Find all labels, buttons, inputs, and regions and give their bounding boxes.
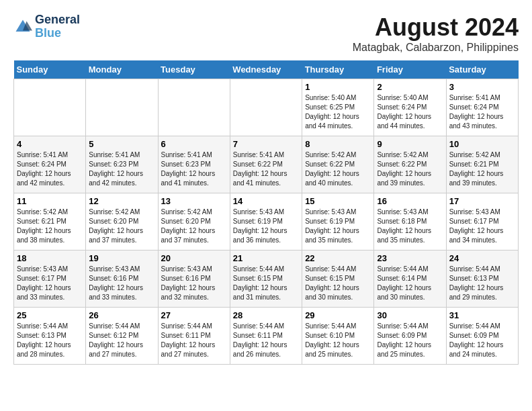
calendar-cell: 10Sunrise: 5:42 AMSunset: 6:21 PMDayligh… xyxy=(446,136,518,193)
calendar-cell xyxy=(158,79,230,136)
calendar-cell: 11Sunrise: 5:42 AMSunset: 6:21 PMDayligh… xyxy=(14,193,86,250)
day-number: 19 xyxy=(89,253,154,263)
calendar-cell: 3Sunrise: 5:41 AMSunset: 6:24 PMDaylight… xyxy=(446,79,518,136)
subtitle: Matagbak, Calabarzon, Philippines xyxy=(353,42,519,54)
calendar-cell: 4Sunrise: 5:41 AMSunset: 6:24 PMDaylight… xyxy=(14,136,86,193)
day-number: 11 xyxy=(17,196,83,206)
day-info: Sunrise: 5:42 AMSunset: 6:22 PMDaylight:… xyxy=(305,150,371,188)
day-number: 13 xyxy=(161,196,227,206)
day-number: 25 xyxy=(17,310,83,320)
calendar-cell: 25Sunrise: 5:44 AMSunset: 6:13 PMDayligh… xyxy=(14,308,86,365)
calendar-cell: 6Sunrise: 5:41 AMSunset: 6:23 PMDaylight… xyxy=(158,136,230,193)
calendar-cell: 15Sunrise: 5:43 AMSunset: 6:19 PMDayligh… xyxy=(302,193,374,250)
calendar-cell: 27Sunrise: 5:44 AMSunset: 6:11 PMDayligh… xyxy=(158,308,230,365)
day-number: 30 xyxy=(377,310,443,320)
main-title: August 2024 xyxy=(353,13,519,42)
day-info: Sunrise: 5:41 AMSunset: 6:23 PMDaylight:… xyxy=(89,150,154,188)
header-cell-tuesday: Tuesday xyxy=(158,60,230,79)
day-number: 28 xyxy=(233,310,299,320)
day-info: Sunrise: 5:44 AMSunset: 6:14 PMDaylight:… xyxy=(377,265,443,302)
day-info: Sunrise: 5:44 AMSunset: 6:15 PMDaylight:… xyxy=(233,265,299,302)
calendar-cell: 2Sunrise: 5:40 AMSunset: 6:24 PMDaylight… xyxy=(374,79,446,136)
day-number: 7 xyxy=(233,139,299,149)
calendar-cell: 19Sunrise: 5:43 AMSunset: 6:16 PMDayligh… xyxy=(86,250,158,308)
day-info: Sunrise: 5:44 AMSunset: 6:11 PMDaylight:… xyxy=(233,322,299,359)
calendar-cell: 22Sunrise: 5:44 AMSunset: 6:15 PMDayligh… xyxy=(302,250,374,308)
day-number: 3 xyxy=(449,82,515,92)
calendar-cell: 8Sunrise: 5:42 AMSunset: 6:22 PMDaylight… xyxy=(302,136,374,193)
calendar-cell: 9Sunrise: 5:42 AMSunset: 6:22 PMDaylight… xyxy=(374,136,446,193)
day-number: 17 xyxy=(449,196,515,206)
week-row-2: 11Sunrise: 5:42 AMSunset: 6:21 PMDayligh… xyxy=(14,193,519,250)
header-cell-thursday: Thursday xyxy=(302,60,374,79)
day-number: 29 xyxy=(305,310,371,320)
calendar-cell: 12Sunrise: 5:42 AMSunset: 6:20 PMDayligh… xyxy=(86,193,158,250)
day-number: 12 xyxy=(89,196,154,206)
header-cell-monday: Monday xyxy=(86,60,158,79)
day-info: Sunrise: 5:41 AMSunset: 6:24 PMDaylight:… xyxy=(449,93,515,131)
calendar-cell xyxy=(86,79,158,136)
day-info: Sunrise: 5:44 AMSunset: 6:13 PMDaylight:… xyxy=(449,265,515,302)
day-number: 23 xyxy=(377,253,443,263)
header-cell-wednesday: Wednesday xyxy=(230,60,302,79)
logo-text: General Blue xyxy=(35,13,80,40)
calendar-cell: 1Sunrise: 5:40 AMSunset: 6:25 PMDaylight… xyxy=(302,79,374,136)
day-info: Sunrise: 5:43 AMSunset: 6:18 PMDaylight:… xyxy=(377,208,443,245)
header-cell-saturday: Saturday xyxy=(446,60,518,79)
header-cell-sunday: Sunday xyxy=(14,60,86,79)
day-info: Sunrise: 5:44 AMSunset: 6:12 PMDaylight:… xyxy=(89,322,154,359)
title-section: August 2024 Matagbak, Calabarzon, Philip… xyxy=(353,13,519,54)
day-info: Sunrise: 5:44 AMSunset: 6:09 PMDaylight:… xyxy=(449,322,515,359)
day-info: Sunrise: 5:44 AMSunset: 6:13 PMDaylight:… xyxy=(17,322,83,359)
day-number: 15 xyxy=(305,196,371,206)
day-info: Sunrise: 5:43 AMSunset: 6:16 PMDaylight:… xyxy=(89,265,154,302)
day-info: Sunrise: 5:43 AMSunset: 6:16 PMDaylight:… xyxy=(161,265,227,302)
logo-line1: General xyxy=(35,13,80,27)
day-info: Sunrise: 5:42 AMSunset: 6:21 PMDaylight:… xyxy=(17,208,83,245)
calendar-cell: 21Sunrise: 5:44 AMSunset: 6:15 PMDayligh… xyxy=(230,250,302,308)
calendar-cell: 18Sunrise: 5:43 AMSunset: 6:17 PMDayligh… xyxy=(14,250,86,308)
day-info: Sunrise: 5:44 AMSunset: 6:09 PMDaylight:… xyxy=(377,322,443,359)
day-number: 31 xyxy=(449,310,515,320)
day-info: Sunrise: 5:42 AMSunset: 6:21 PMDaylight:… xyxy=(449,150,515,188)
calendar-cell: 29Sunrise: 5:44 AMSunset: 6:10 PMDayligh… xyxy=(302,308,374,365)
calendar-cell: 20Sunrise: 5:43 AMSunset: 6:16 PMDayligh… xyxy=(158,250,230,308)
calendar-cell: 16Sunrise: 5:43 AMSunset: 6:18 PMDayligh… xyxy=(374,193,446,250)
day-info: Sunrise: 5:42 AMSunset: 6:20 PMDaylight:… xyxy=(161,208,227,245)
day-number: 16 xyxy=(377,196,443,206)
day-info: Sunrise: 5:44 AMSunset: 6:11 PMDaylight:… xyxy=(161,322,227,359)
day-info: Sunrise: 5:44 AMSunset: 6:15 PMDaylight:… xyxy=(305,265,371,302)
logo-line2: Blue xyxy=(35,26,61,40)
calendar-cell: 30Sunrise: 5:44 AMSunset: 6:09 PMDayligh… xyxy=(374,308,446,365)
day-number: 27 xyxy=(161,310,227,320)
day-info: Sunrise: 5:41 AMSunset: 6:23 PMDaylight:… xyxy=(161,150,227,188)
calendar-cell: 5Sunrise: 5:41 AMSunset: 6:23 PMDaylight… xyxy=(86,136,158,193)
day-number: 26 xyxy=(89,310,154,320)
day-number: 4 xyxy=(17,139,83,149)
day-number: 8 xyxy=(305,139,371,149)
day-info: Sunrise: 5:43 AMSunset: 6:19 PMDaylight:… xyxy=(305,208,371,245)
header-cell-friday: Friday xyxy=(374,60,446,79)
day-number: 5 xyxy=(89,139,154,149)
day-info: Sunrise: 5:40 AMSunset: 6:24 PMDaylight:… xyxy=(377,93,443,131)
day-number: 18 xyxy=(17,253,83,263)
week-row-3: 18Sunrise: 5:43 AMSunset: 6:17 PMDayligh… xyxy=(14,250,519,308)
day-info: Sunrise: 5:43 AMSunset: 6:17 PMDaylight:… xyxy=(449,208,515,245)
logo-icon xyxy=(13,17,32,36)
day-info: Sunrise: 5:41 AMSunset: 6:22 PMDaylight:… xyxy=(233,150,299,188)
day-number: 9 xyxy=(377,139,443,149)
calendar-cell: 7Sunrise: 5:41 AMSunset: 6:22 PMDaylight… xyxy=(230,136,302,193)
day-info: Sunrise: 5:41 AMSunset: 6:24 PMDaylight:… xyxy=(17,150,83,188)
day-number: 1 xyxy=(305,82,371,92)
week-row-0: 1Sunrise: 5:40 AMSunset: 6:25 PMDaylight… xyxy=(14,79,519,136)
day-number: 21 xyxy=(233,253,299,263)
day-info: Sunrise: 5:42 AMSunset: 6:20 PMDaylight:… xyxy=(89,208,154,245)
day-number: 14 xyxy=(233,196,299,206)
calendar-cell: 14Sunrise: 5:43 AMSunset: 6:19 PMDayligh… xyxy=(230,193,302,250)
day-number: 20 xyxy=(161,253,227,263)
day-number: 2 xyxy=(377,82,443,92)
calendar-cell: 17Sunrise: 5:43 AMSunset: 6:17 PMDayligh… xyxy=(446,193,518,250)
calendar-cell: 26Sunrise: 5:44 AMSunset: 6:12 PMDayligh… xyxy=(86,308,158,365)
calendar-cell xyxy=(230,79,302,136)
day-info: Sunrise: 5:43 AMSunset: 6:17 PMDaylight:… xyxy=(17,265,83,302)
